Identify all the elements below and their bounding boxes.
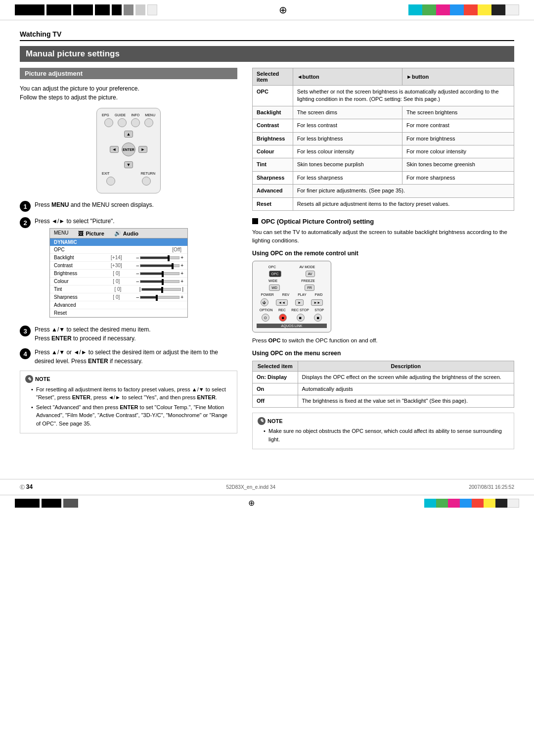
menu-dynamic-label: DYNAMIC	[50, 238, 187, 246]
step-2-content: Press ◄/► to select "Picture". MENU 🖼 Pi…	[35, 217, 237, 320]
slider-thumb	[156, 295, 158, 301]
bar-black-5	[112, 4, 122, 15]
note-icon: ✎	[25, 375, 33, 383]
remote-menu-button[interactable]	[144, 118, 153, 127]
slider-track	[140, 264, 179, 267]
ropc-opc-buttons: OPC AV	[257, 271, 327, 277]
av-mode-button[interactable]: AV	[306, 271, 315, 277]
timestamp: 2007/08/31 16:25:52	[469, 484, 514, 490]
desc-row-off: Off The brightness is fixed at the value…	[253, 395, 514, 407]
wide-button[interactable]: WD	[269, 284, 280, 291]
table-row-opc: OPC Sets whether or not the screen brigh…	[253, 86, 514, 106]
picture-icon: 🖼	[78, 231, 84, 236]
bottom-cb-red	[472, 499, 484, 508]
remote-bottom-buttons	[102, 177, 155, 186]
menu-reset-row: Reset	[50, 309, 187, 317]
page-footer: Ⓔ 34 52D83X_en_e.indd 34 2007/08/31 16:2…	[0, 479, 534, 495]
opc-section-title: OPC (Optical Picture Control) setting	[252, 218, 514, 225]
rec-label: REC	[278, 308, 286, 312]
col-left-button: ◄button	[293, 68, 402, 86]
slider-fill	[140, 273, 162, 275]
bottom-bar-blk1	[15, 499, 40, 508]
remote-up-button[interactable]: ▲	[124, 131, 133, 138]
power-button[interactable]: ⏻	[261, 298, 268, 306]
remote-down-button[interactable]: ▼	[124, 161, 133, 168]
tint-right-desc: Skin tones become greenish	[402, 158, 514, 171]
opc-button[interactable]: OPC	[269, 271, 281, 277]
play-button[interactable]: ►	[295, 299, 304, 306]
colour-left-desc: For less colour intensity	[293, 145, 402, 158]
rec-button[interactable]: ⏺	[279, 314, 287, 322]
reset-label: Reset	[54, 310, 98, 316]
bottom-bar: ⊕	[0, 495, 534, 511]
power-label: POWER	[261, 293, 273, 296]
tint-label: Tint	[54, 286, 98, 292]
ropc-transport-buttons: ⏻ ◄◄ ► ►►	[257, 298, 327, 306]
color-bar-blue	[450, 4, 464, 15]
step-2-text: Press ◄/► to select "Picture".	[35, 217, 237, 226]
remote-enter-button[interactable]: ENTER	[122, 142, 135, 156]
bottom-bar-blk2	[42, 499, 61, 508]
brightness-slider: – +	[136, 271, 183, 276]
bottom-cb-blue	[460, 499, 472, 508]
remote-info-button[interactable]	[131, 118, 140, 127]
step-1: 1 Press MENU and the MENU screen display…	[20, 200, 237, 212]
bottom-compass: ⊕	[248, 498, 255, 508]
minus-icon: |	[139, 286, 141, 292]
freeze-button[interactable]: FR	[305, 284, 314, 291]
epg-label: EPG	[102, 113, 109, 117]
minus-icon: –	[136, 271, 139, 276]
opc-remote: OPC AV MODE OPC AV WIDE FREEZE WD FR	[252, 261, 331, 332]
opc-row-desc: Sets whether or not the screen brightnes…	[293, 86, 514, 106]
remote-left-button[interactable]: ◄	[110, 146, 119, 153]
slider-thumb	[168, 255, 170, 261]
slider-track	[140, 272, 179, 275]
opc-desc-table: Selected item Description On: Display Di…	[252, 361, 514, 408]
table-row-reset: Reset Resets all picture adjustment item…	[253, 197, 514, 210]
option-button[interactable]: O	[262, 314, 269, 322]
tint-slider: | |	[139, 286, 183, 292]
compass-symbol: ⊕	[279, 4, 287, 16]
minus-icon: –	[136, 255, 139, 260]
freeze-label: FREEZE	[301, 279, 315, 283]
on-desc: Automatically adjusts	[298, 383, 514, 395]
intro-text-1: You can adjust the picture to your prefe…	[20, 84, 237, 102]
settings-table: Selected item ◄button ►button OPC Sets w…	[252, 68, 514, 211]
slider-track	[140, 256, 179, 259]
sub-section-title: Picture adjustment	[20, 68, 237, 79]
remote-guide-button[interactable]	[118, 118, 127, 127]
stop-label: STOP	[314, 308, 324, 312]
bar-gray-1	[124, 4, 134, 15]
rev-button[interactable]: ◄◄	[276, 299, 288, 306]
brightness-value: [ 0]	[113, 271, 120, 276]
slider-fill	[140, 265, 171, 267]
remote-exit-button[interactable]	[106, 177, 115, 186]
desc-row-on-display: On: Display Displays the OPC effect on t…	[253, 371, 514, 383]
step-4-text: Press ▲/▼ or ◄/► to select the desired i…	[35, 348, 237, 366]
menu-brightness-row: Brightness [ 0] – +	[50, 270, 187, 278]
menu-contrast-row: Contrast [+30] – +	[50, 262, 187, 270]
fwd-label: FWD	[315, 293, 323, 296]
contrast-right-desc: For more contrast	[402, 119, 514, 132]
step-2-number: 2	[20, 217, 31, 228]
table-row-tint: Tint Skin tones become purplish Skin ton…	[253, 158, 514, 171]
fwd-button[interactable]: ►►	[311, 299, 323, 306]
ropc-transport-labels: POWER REV PLAY FWD	[257, 293, 327, 296]
stop-button[interactable]: ⏹	[314, 314, 322, 322]
rec-stop-button[interactable]: ⏹	[297, 314, 305, 322]
plus-icon: |	[182, 286, 183, 292]
remote-return-button[interactable]	[142, 177, 151, 186]
remote-right-button[interactable]: ►	[138, 146, 147, 153]
step-2: 2 Press ◄/► to select "Picture". MENU 🖼 …	[20, 217, 237, 320]
bar-white-1	[147, 4, 157, 15]
sharpness-value: [ 0]	[113, 294, 120, 300]
bottom-cb-white	[507, 499, 519, 508]
remote-epg-button[interactable]	[104, 118, 113, 127]
opc-remote-container: OPC AV MODE OPC AV WIDE FREEZE WD FR	[252, 261, 514, 332]
bottom-cb-black	[495, 499, 507, 508]
main-section-title: Manual picture settings	[20, 46, 514, 62]
colour-row-item: Colour	[253, 145, 293, 158]
option-label: OPTION	[260, 308, 273, 312]
bottom-cb-yellow	[484, 499, 495, 508]
return-label: RETURN	[141, 172, 155, 175]
